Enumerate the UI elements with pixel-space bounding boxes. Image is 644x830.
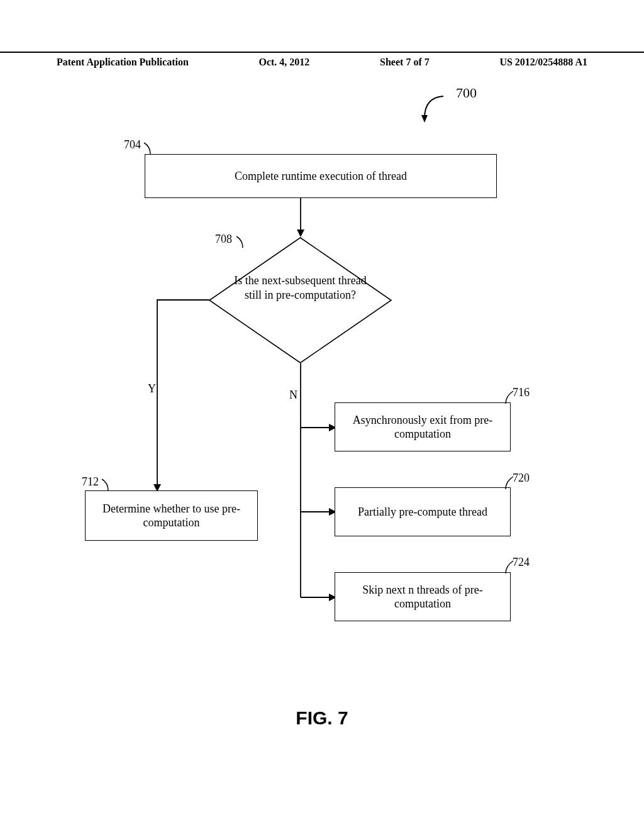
ref-label-708: 708 (215, 233, 232, 246)
ref-tick-712 (99, 478, 111, 492)
figure-caption: FIG. 7 (0, 707, 644, 729)
process-box-720: Partially pre-compute thread (335, 487, 511, 536)
process-box-712-text: Determine whether to use pre-computation (92, 502, 251, 530)
ref-tick-724 (503, 560, 517, 575)
connector-y-path (145, 298, 220, 497)
process-box-704-text: Complete runtime execution of thread (235, 169, 407, 184)
decision-yes-label: Y (148, 382, 156, 396)
process-box-716-text: Asynchronously exit from pre-computation (341, 413, 504, 441)
figure-ref-arrow (415, 94, 447, 124)
process-box-724: Skip next n threads of pre-computation (335, 572, 511, 621)
decision-no-label: N (289, 389, 297, 402)
arrow-704-to-708 (294, 198, 307, 240)
page-header: Patent Application Publication Oct. 4, 2… (0, 52, 644, 70)
figure-main-ref: 700 (456, 85, 477, 101)
decision-708-text: Is the next-subsequent thread still in p… (233, 274, 368, 302)
decision-708: Is the next-subsequent thread still in p… (208, 236, 393, 365)
process-box-704: Complete runtime execution of thread (145, 154, 497, 198)
ref-tick-720 (503, 475, 517, 490)
ref-label-712: 712 (82, 475, 99, 489)
publication-number: US 2012/0254888 A1 (499, 57, 587, 68)
process-box-716: Asynchronously exit from pre-computation (335, 402, 511, 451)
svg-marker-0 (421, 115, 428, 123)
publication-date: Oct. 4, 2012 (258, 57, 309, 68)
ref-tick-704 (142, 141, 153, 155)
sheet-number: Sheet 7 of 7 (380, 57, 430, 68)
ref-tick-716 (503, 390, 517, 405)
process-box-724-text: Skip next n threads of pre-computation (341, 583, 504, 611)
ref-label-704: 704 (124, 138, 141, 152)
process-box-720-text: Partially pre-compute thread (358, 505, 487, 519)
ref-tick-708 (234, 235, 245, 249)
process-box-712: Determine whether to use pre-computation (85, 490, 258, 541)
publication-type: Patent Application Publication (57, 57, 189, 68)
